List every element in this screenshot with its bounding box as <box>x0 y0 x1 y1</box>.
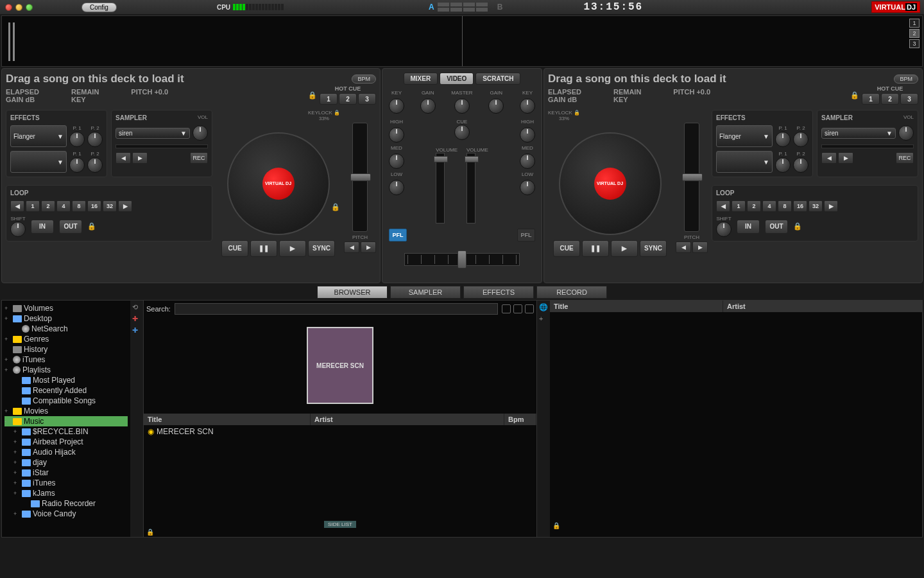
tree-item[interactable]: +iTunes <box>4 478 128 488</box>
folder-tree[interactable]: +Volumes+DesktopNetSearch+GenresHistory+… <box>2 301 130 537</box>
close-icon[interactable] <box>5 4 12 11</box>
loop-1-button[interactable]: 1 <box>732 200 746 212</box>
loop-out-button[interactable]: OUT <box>59 220 82 234</box>
sample-rec-button[interactable]: REC <box>896 152 914 164</box>
tree-item[interactable]: Recently Added <box>4 385 128 396</box>
pitch-down-button[interactable]: ◀ <box>344 241 359 253</box>
loop-16-button[interactable]: 16 <box>87 200 101 212</box>
deck-drop-hint[interactable]: Drag a song on this deck to load it <box>6 73 184 85</box>
mixer-tab[interactable]: MIXER <box>404 73 438 85</box>
pfl-a-button[interactable]: PFL <box>389 229 407 241</box>
volume-a-slider[interactable] <box>436 153 445 223</box>
loop-prev-button[interactable]: ◀ <box>716 200 730 212</box>
pitch-up-button[interactable]: ▶ <box>692 241 708 253</box>
col-bpm[interactable]: Bpm <box>504 414 536 425</box>
loop-2-button[interactable]: 2 <box>41 200 55 212</box>
tree-item[interactable]: -Music <box>4 416 128 426</box>
tree-item[interactable]: +Audio Hijack <box>4 447 128 457</box>
tree-item[interactable]: +Genres <box>4 334 128 344</box>
col-artist[interactable]: Artist <box>723 301 922 312</box>
sample-play-button[interactable]: ▶ <box>132 152 148 164</box>
pfl-b-button[interactable]: PFL <box>517 229 535 241</box>
globe-icon[interactable]: 🌐 <box>539 303 548 312</box>
cue-button[interactable]: CUE <box>221 240 248 257</box>
fx-p2-knob-2[interactable] <box>87 157 103 173</box>
tree-item[interactable]: +Airbeat Project <box>4 437 128 447</box>
sample-rec-button[interactable]: REC <box>190 152 208 164</box>
lock-icon[interactable]: 🔒 <box>850 91 859 100</box>
loop-next-button[interactable]: ▶ <box>118 200 132 212</box>
hotcue-3-button[interactable]: 3 <box>358 93 376 105</box>
med-b-knob[interactable] <box>520 153 535 169</box>
sync-button[interactable]: SYNC <box>640 240 667 257</box>
tool-icon[interactable]: ⟲ <box>132 303 141 312</box>
hotcue-3-button[interactable]: 3 <box>900 93 918 105</box>
play-button[interactable]: ▶ <box>611 240 638 257</box>
shift-knob[interactable] <box>716 222 732 237</box>
lock-icon[interactable]: 🔒 <box>331 203 340 211</box>
tool-icon[interactable]: ✚ <box>132 315 141 324</box>
tree-item[interactable]: +Volumes <box>4 303 128 313</box>
effect-select-2[interactable]: ▼ <box>716 151 773 173</box>
minimize-icon[interactable] <box>15 4 22 11</box>
med-a-knob[interactable] <box>389 153 404 169</box>
col-title[interactable]: Title <box>550 301 723 312</box>
tree-item[interactable]: +Voice Candy <box>4 509 128 519</box>
crossfader[interactable] <box>404 253 520 266</box>
view-tool-icon[interactable] <box>513 304 522 313</box>
gain-b-knob[interactable] <box>488 98 504 114</box>
loop-32-button[interactable]: 32 <box>103 200 117 212</box>
sample-play-button[interactable]: ▶ <box>838 152 853 164</box>
tool-icon[interactable]: ✚ <box>132 326 141 335</box>
master-knob[interactable] <box>454 98 470 114</box>
key-a-knob[interactable] <box>389 98 404 114</box>
tree-item[interactable]: +iTunes <box>4 355 128 365</box>
pause-button[interactable]: ❚❚ <box>582 240 609 257</box>
tree-item[interactable]: +$RECYCLE.BIN <box>4 426 128 437</box>
video-tab[interactable]: VIDEO <box>440 73 474 85</box>
shift-knob[interactable] <box>10 222 26 237</box>
cue-knob[interactable] <box>454 125 470 140</box>
tree-item[interactable]: +djay <box>4 457 128 468</box>
fx-p2-knob[interactable] <box>87 132 103 147</box>
high-b-knob[interactable] <box>520 127 535 143</box>
hotcue-1-button[interactable]: 1 <box>320 93 338 105</box>
bpm-button[interactable]: BPM <box>894 74 918 83</box>
effect-select[interactable]: Flanger▼ <box>716 125 773 147</box>
view-1-button[interactable]: 1 <box>909 19 920 28</box>
sample-select[interactable]: siren▼ <box>116 128 190 139</box>
sampler-tab[interactable]: SAMPLER <box>390 286 461 299</box>
low-a-knob[interactable] <box>389 180 404 195</box>
fx-p1-knob-2[interactable] <box>775 157 791 173</box>
record-tab[interactable]: RECORD <box>536 286 607 299</box>
hotcue-2-button[interactable]: 2 <box>881 93 899 105</box>
view-tool-icon[interactable] <box>502 304 511 313</box>
loop-4-button[interactable]: 4 <box>762 200 776 212</box>
tree-item[interactable]: +Movies <box>4 406 128 416</box>
album-art[interactable]: MERECER SCN <box>307 327 373 404</box>
tree-item[interactable]: +Desktop <box>4 313 128 324</box>
lock-icon[interactable]: 🔒 <box>146 529 154 536</box>
sample-vol-knob[interactable] <box>898 125 914 141</box>
lock-icon[interactable]: 🔒 <box>308 91 317 100</box>
loop-in-button[interactable]: IN <box>31 220 54 234</box>
view-3-button[interactable]: 3 <box>909 39 920 48</box>
pitch-slider[interactable] <box>352 123 368 232</box>
add-icon[interactable]: + <box>539 315 548 324</box>
track-row[interactable]: ◉ MERECER SCN <box>144 425 536 438</box>
tree-item[interactable]: Most Played <box>4 375 128 385</box>
search-input[interactable] <box>175 303 498 315</box>
effect-select[interactable]: Flanger▼ <box>10 125 67 147</box>
sample-select[interactable]: siren▼ <box>821 128 896 139</box>
jogwheel[interactable]: VIRTUAL DJ <box>559 132 662 235</box>
col-title[interactable]: Title <box>144 414 311 425</box>
sample-vol-knob[interactable] <box>193 125 208 141</box>
bpm-button[interactable]: BPM <box>352 74 376 83</box>
loop-prev-button[interactable]: ◀ <box>10 200 24 212</box>
maximize-icon[interactable] <box>26 4 33 11</box>
high-a-knob[interactable] <box>389 127 404 143</box>
loop-in-button[interactable]: IN <box>737 220 760 234</box>
loop-8-button[interactable]: 8 <box>778 200 792 212</box>
key-b-knob[interactable] <box>520 98 535 114</box>
play-button[interactable]: ▶ <box>279 240 306 257</box>
